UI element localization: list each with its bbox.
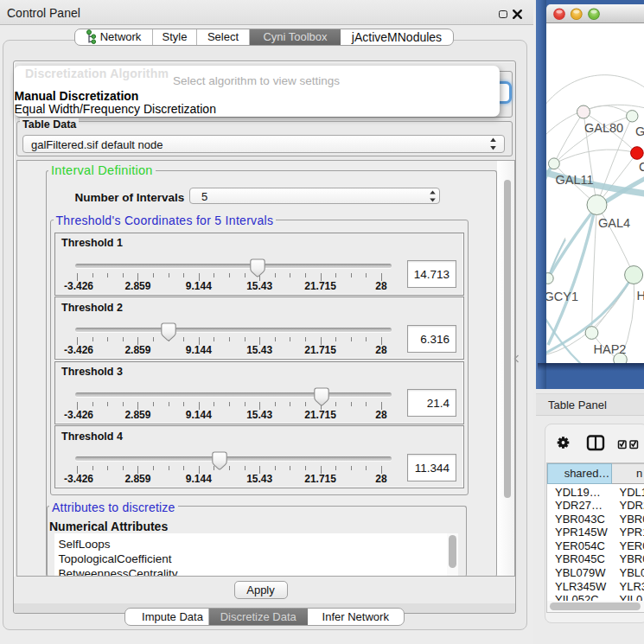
svg-text:GAL80: GAL80 (584, 121, 623, 135)
svg-text:GAL4: GAL4 (598, 216, 630, 230)
svg-text:GCY1: GCY1 (546, 290, 578, 303)
svg-text:C: C (639, 160, 644, 174)
svg-text:H: H (637, 289, 644, 303)
svg-text:HAP2: HAP2 (594, 342, 627, 356)
svg-text:GA: GA (635, 124, 644, 138)
svg-text:GAL11: GAL11 (556, 173, 594, 187)
